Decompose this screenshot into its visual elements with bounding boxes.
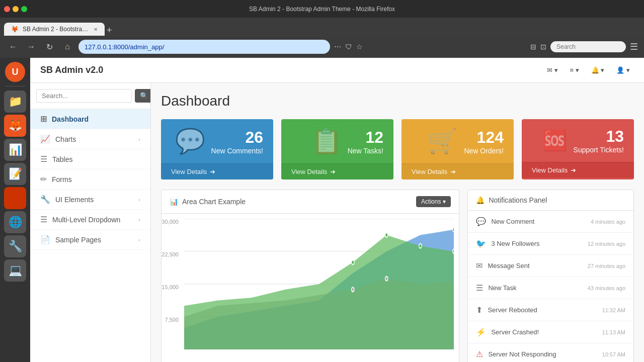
sidebar-item-dashboard[interactable]: ⊞ Dashboard [30,109,150,129]
home-button[interactable]: ⌂ [60,40,74,54]
notif-crash-icon: ⚡ [476,327,486,337]
y-label-2: 22,500 [162,251,179,257]
browser-search-input[interactable] [550,41,626,52]
taskbar-red-icon[interactable] [4,187,26,209]
multilevel-icon: ☰ [40,215,47,224]
sidebar-search-area: 🔍 [30,83,150,109]
chart-dot [453,249,454,254]
notif-text-5: Server Crashed! [491,328,597,336]
orders-footer-text: View Details [412,168,447,175]
tasks-footer-text: View Details [291,168,327,175]
tab-favicon: 🦊 [11,26,19,33]
comments-footer-icon: ➜ [210,168,215,175]
active-tab[interactable]: 🦊 SB Admin 2 - Bootstrap Ad... ✕ [4,23,105,36]
taskbar-firefox-icon[interactable]: 🦊 [4,115,26,137]
sidebar-label-sample-pages: Sample Pages [55,236,101,244]
sidebar-item-charts[interactable]: 📈 Charts ‹ [30,129,150,149]
chart-dot [419,244,422,248]
list-dropdown-btn[interactable]: ≡ ▾ [566,64,583,76]
notif-time-1: 12 minutes ago [588,241,625,247]
chart-area: 30,000 22,500 15,000 7,500 [162,214,459,354]
sidebar-item-multilevel[interactable]: ☰ Multi-Level Dropdown ‹ [30,210,150,230]
user-dropdown-btn[interactable]: 👤 ▾ [612,64,634,76]
star-icon: ☆ [356,43,363,51]
tab-close-btn[interactable]: ✕ [94,27,98,32]
notif-time-4: 11:32 AM [602,307,625,313]
app-title: SB Admin v2.0 [40,65,543,75]
comments-footer[interactable]: View Details ➜ [161,163,273,179]
bell-dropdown-btn[interactable]: 🔔 ▾ [587,64,609,76]
sample-pages-chevron-icon: ‹ [138,237,140,243]
chart-panel-header: 📊 Area Chart Example Actions ▾ [162,190,459,214]
chart-dot [385,277,388,281]
forms-icon: ✏ [40,174,47,184]
sidebar-item-ui-elements[interactable]: 🔧 UI Elements ‹ [30,190,150,210]
comments-value: 26 [211,128,263,147]
taskbar-terminal-icon[interactable]: 💻 [4,259,26,282]
sidebar-label-charts: Charts [55,135,76,143]
sidebar-toggle-icon: ⊡ [540,43,546,51]
notif-panel-header: 🔔 Notifications Panel [468,190,633,211]
notif-item-3[interactable]: ☰ New Task 43 minutes ago [468,277,633,299]
sidebar-search-input[interactable] [36,89,132,103]
ubuntu-logo[interactable]: U [5,62,25,82]
y-label-4: 7,500 [165,317,179,323]
sidebar-item-forms[interactable]: ✏ Forms [30,169,150,190]
url-bar: ← → ↻ ⌂ ⋯ 🛡 ☆ ⊟ ⊡ ☰ [0,36,644,58]
charts-icon: 📈 [40,134,50,144]
sidebar: 🔍 ⊞ Dashboard 📈 Charts ‹ ☰ Tables ✏ [30,83,151,362]
notif-item-1[interactable]: 🐦 3 New Followers 12 minutes ago [468,233,633,255]
stats-row: 💬 26 New Comments! View Details ➜ [161,119,634,179]
stat-card-orders: 🛒 124 New Orders! View Details ➜ [401,119,514,179]
reader-icon: ⊟ [530,43,536,51]
tickets-label: Support Tickets! [574,146,624,154]
taskbar-files-icon[interactable]: 📁 [4,90,26,113]
url-input[interactable] [78,40,330,54]
menu-icon: ☰ [630,41,638,52]
orders-footer-icon: ➜ [450,168,456,175]
email-dropdown-btn[interactable]: ✉ ▾ [543,64,562,76]
sidebar-item-sample-pages[interactable]: 📄 Sample Pages ‹ [30,230,150,250]
traffic-lights [4,6,27,12]
reload-button[interactable]: ↻ [42,40,56,54]
notif-item-5[interactable]: ⚡ Server Crashed! 11:13 AM [468,321,633,343]
sidebar-label-multilevel: Multi-Level Dropdown [52,216,120,224]
notif-text-0: New Comment [491,218,585,225]
notif-text-4: Server Rebooted [488,306,597,314]
notif-time-0: 4 minutes ago [591,219,625,225]
comments-footer-text: View Details [171,168,207,175]
charts-chevron-icon: ‹ [138,136,140,142]
sidebar-item-tables[interactable]: ☰ Tables [30,149,150,169]
notif-item-4[interactable]: ⬆ Server Rebooted 11:32 AM [468,299,633,321]
notif-time-3: 43 minutes ago [588,285,625,291]
stat-card-tasks: 📋 12 New Tasks! View Details ➜ [281,119,393,179]
bookmark-icon: ⋯ [334,43,341,51]
notif-item-0[interactable]: 💬 New Comment 4 minutes ago [468,211,633,233]
actions-chevron-icon: ▾ [443,198,446,205]
chart-green-area [184,235,454,350]
notif-item-2[interactable]: ✉ Message Sent 27 minutes ago [468,255,633,277]
chart-dot [352,288,354,292]
orders-footer[interactable]: View Details ➜ [401,163,514,179]
notif-item-6[interactable]: ⚠ Server Not Responding 10:57 AM [468,343,633,362]
dashboard-icon: ⊞ [40,114,47,124]
actions-dropdown-btn[interactable]: Actions ▾ [416,196,451,207]
taskbar-chrome-icon[interactable]: 🌐 [4,211,26,233]
back-button[interactable]: ← [6,40,20,54]
orders-label: New Orders! [464,147,504,155]
notif-message-icon: ✉ [476,261,482,270]
taskbar-notes-icon[interactable]: 📝 [4,163,26,185]
new-tab-button[interactable]: + [107,25,112,36]
tasks-footer[interactable]: View Details ➜ [281,163,393,179]
tickets-footer[interactable]: View Details ➜ [522,162,634,178]
taskbar-calc-icon[interactable]: 📊 [4,139,26,161]
comments-label: New Comments! [211,147,263,155]
sample-pages-icon: 📄 [40,235,50,244]
tasks-value: 12 [348,128,383,147]
sidebar-label-forms: Forms [52,175,72,184]
y-label-1: 30,000 [162,219,179,225]
chart-dot [352,260,354,264]
forward-button[interactable]: → [24,40,38,54]
sidebar-search-button[interactable]: 🔍 [135,89,151,103]
taskbar-settings-icon[interactable]: 🔧 [4,235,26,257]
